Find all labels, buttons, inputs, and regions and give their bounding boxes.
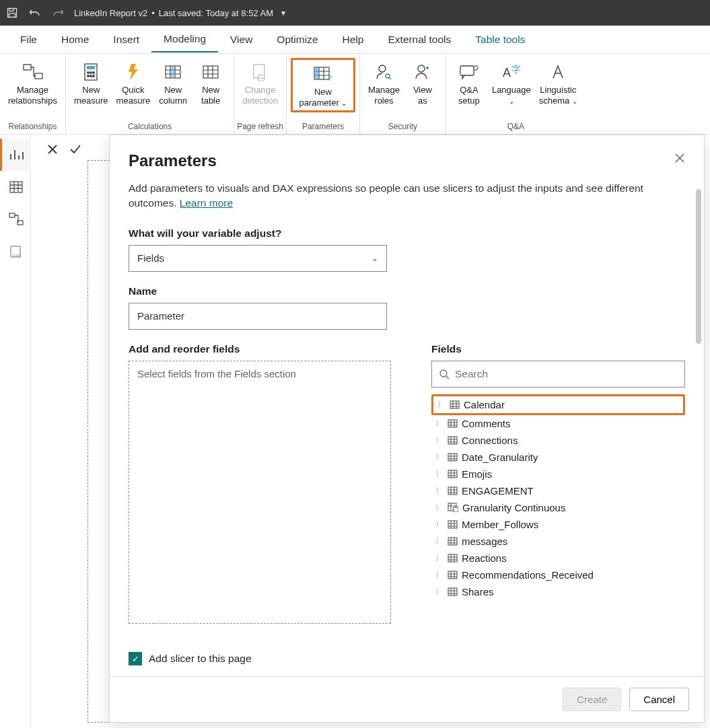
svg-rect-37 (448, 453, 457, 461)
ribbon-group-relationships: Manage relationships Relationships (0, 54, 66, 134)
chevron-right-icon: 〉 (435, 503, 443, 513)
new-column-button[interactable]: New column (154, 58, 192, 108)
parameter-name-input[interactable] (129, 303, 387, 330)
field-table-name: Granularity Continuous (462, 502, 565, 513)
chevron-down-icon: ⌄ (371, 254, 378, 263)
field-table-row[interactable]: 〉Calendar (431, 394, 685, 415)
search-input[interactable] (455, 368, 678, 380)
label-variable-adjust: What will your variable adjust? (129, 227, 685, 240)
parameters-dialog: Parameters Add parameters to visuals and… (109, 135, 705, 723)
field-table-row[interactable]: 〉Granularity Continuous (431, 499, 685, 516)
field-table-row[interactable]: 〉Shares (431, 583, 685, 600)
field-table-row[interactable]: 〉Connections (431, 432, 685, 449)
tab-file[interactable]: File (8, 28, 49, 52)
field-table-row[interactable]: 〉Reactions (431, 550, 685, 567)
svg-point-8 (90, 72, 92, 74)
language-button[interactable]: A字 Language⌄ (488, 58, 535, 108)
relationships-icon (22, 61, 44, 83)
data-view-button[interactable] (0, 171, 31, 203)
document-title[interactable]: LinkedIn Report v2 • Last saved: Today a… (74, 8, 287, 18)
save-icon[interactable] (5, 6, 19, 20)
qa-setup-button[interactable]: Q&A setup (450, 58, 488, 108)
add-slicer-checkbox-row[interactable]: ✓ Add slicer to this page (129, 652, 391, 665)
tab-home[interactable]: Home (49, 28, 101, 52)
tab-help[interactable]: Help (330, 28, 376, 52)
field-table-row[interactable]: 〉Comments (431, 415, 685, 432)
field-table-row[interactable]: 〉ENGAGEMENT (431, 482, 685, 499)
new-measure-button[interactable]: New measure (70, 58, 112, 108)
commit-formula-icon[interactable] (67, 141, 83, 157)
chevron-right-icon: 〉 (435, 587, 443, 597)
menu-bar: File Home Insert Modeling View Optimize … (0, 26, 710, 54)
svg-point-9 (93, 72, 95, 74)
language-icon: A字 (501, 61, 522, 83)
field-table-row[interactable]: 〉Date_Granularity (431, 449, 685, 466)
ribbon-group-qa: Q&A setup A字 Language⌄ Linguistic schema… (446, 54, 585, 134)
chevron-right-icon: 〉 (435, 469, 443, 479)
field-table-row[interactable]: 〉Emojis (431, 466, 685, 482)
dialog-footer: Create Cancel (110, 676, 704, 722)
report-view-button[interactable] (0, 139, 31, 171)
table-icon (448, 419, 458, 428)
field-table-name: Comments (462, 418, 511, 429)
tab-view[interactable]: View (218, 28, 264, 52)
field-table-row[interactable]: 〉messages (431, 533, 685, 550)
fields-search[interactable] (431, 361, 685, 388)
ribbon-group-security: Manage roles View as Security (360, 54, 446, 134)
field-table-row[interactable]: 〉Recommendations_Received (431, 567, 685, 583)
svg-rect-38 (448, 470, 457, 478)
model-view-button[interactable] (0, 203, 31, 235)
new-column-icon (164, 61, 182, 83)
cancel-formula-icon[interactable] (44, 141, 61, 157)
label-name: Name (129, 285, 685, 297)
table-icon (448, 520, 458, 529)
svg-point-12 (93, 75, 95, 77)
learn-more-link[interactable]: Learn more (180, 197, 233, 209)
chevron-right-icon: 〉 (435, 418, 443, 429)
field-table-list: 〉Calendar〉Comments〉Connections〉Date_Gran… (431, 394, 685, 600)
chevron-down-icon: ⌄ (341, 100, 347, 107)
table-icon (448, 503, 458, 512)
svg-point-22 (418, 65, 425, 72)
scrollbar[interactable] (696, 189, 701, 344)
chevron-right-icon: 〉 (435, 519, 443, 530)
new-parameter-button[interactable]: ? New parameter ⌄ (291, 58, 355, 112)
chevron-right-icon: 〉 (435, 570, 443, 580)
manage-roles-button[interactable]: Manage roles (364, 58, 404, 108)
tab-table-tools[interactable]: Table tools (463, 28, 537, 52)
field-table-name: Date_Granularity (462, 451, 538, 463)
cancel-button[interactable]: Cancel (629, 688, 689, 711)
linguistic-schema-button[interactable]: Linguistic schema ⌄ (535, 58, 581, 108)
undo-icon[interactable] (28, 6, 42, 20)
svg-rect-43 (448, 538, 457, 545)
manage-relationships-button[interactable]: Manage relationships (4, 58, 61, 108)
ribbon-group-page-refresh: Change detection Page refresh (234, 54, 287, 134)
label-add-reorder: Add and reorder fields (129, 343, 391, 355)
field-table-name: ENGAGEMENT (462, 485, 534, 497)
svg-rect-34 (450, 401, 459, 408)
tab-external-tools[interactable]: External tools (376, 28, 463, 52)
tab-optimize[interactable]: Optimize (264, 28, 330, 52)
field-table-name: Member_Follows (462, 519, 538, 530)
new-table-button[interactable]: New table (192, 58, 229, 108)
search-icon (439, 369, 450, 379)
tab-modeling[interactable]: Modeling (151, 27, 218, 52)
checkbox-checked-icon: ✓ (129, 652, 142, 665)
field-table-name: Recommendations_Received (462, 569, 594, 581)
chevron-right-icon: 〉 (435, 435, 443, 445)
change-detection-button: Change detection (238, 58, 282, 108)
close-icon[interactable] (674, 153, 685, 163)
tab-insert[interactable]: Insert (101, 28, 151, 52)
redo-icon[interactable] (51, 6, 65, 20)
svg-point-11 (90, 75, 92, 77)
field-table-row[interactable]: 〉Member_Follows (431, 516, 685, 533)
variable-adjust-select[interactable]: Fields ⌄ (129, 245, 387, 272)
chevron-down-icon: ▼ (280, 9, 287, 17)
chevron-right-icon: 〉 (435, 553, 443, 563)
fields-dropzone[interactable]: Select fields from the Fields section (129, 361, 391, 624)
view-as-button[interactable]: View as (404, 58, 441, 108)
quick-measure-button[interactable]: Quick measure (112, 58, 155, 108)
dax-view-button[interactable]: DAX (0, 235, 31, 268)
group-label: Q&A (446, 120, 585, 134)
svg-rect-46 (448, 588, 457, 595)
